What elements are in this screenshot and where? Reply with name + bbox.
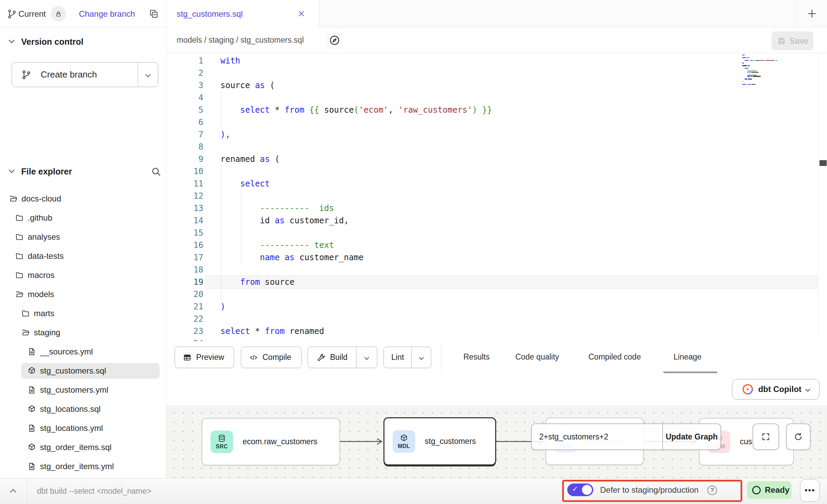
file-explorer-item-label: stg_locations.sql <box>40 404 100 414</box>
minimap[interactable] <box>742 55 794 92</box>
create-branch-button[interactable]: Create branch <box>12 62 158 87</box>
status-bar: dbt build --select <model_name> ✓ Defer … <box>0 478 827 504</box>
folder-icon <box>15 252 24 261</box>
database-icon <box>217 434 227 443</box>
lint-dropdown[interactable] <box>412 347 431 368</box>
refresh-button[interactable] <box>786 423 811 450</box>
file-explorer-item-macros[interactable]: macros <box>0 266 166 285</box>
tab-code-quality[interactable]: Code quality <box>515 352 559 362</box>
lineage-selector-input[interactable]: 2+stg_customers+2 <box>532 424 663 449</box>
change-branch-link[interactable]: Change branch <box>79 9 135 19</box>
breadcrumb-row: models / staging / stg_customers.sql Sav… <box>166 27 827 53</box>
code-line-1: with <box>220 55 240 67</box>
file-explorer-item-stg-locations-yml[interactable]: stg_locations.yml <box>0 419 166 438</box>
fullscreen-button[interactable] <box>753 423 779 450</box>
branch-header: Current Change branch <box>0 0 166 27</box>
lint-button[interactable]: Lint <box>383 347 431 368</box>
defer-toggle[interactable]: ✓ <box>567 484 593 496</box>
new-tab-button[interactable] <box>806 8 818 20</box>
cube-icon <box>399 434 409 443</box>
file-explorer-item-label: models <box>28 290 54 299</box>
file-explorer-item-stg-order-items-yml[interactable]: stg_order_items.yml <box>0 457 166 476</box>
file-explorer-item-stg-customers-sql[interactable]: stg_customers.sql <box>0 361 166 380</box>
line-number: 12 <box>166 190 203 202</box>
update-graph-button[interactable]: Update Graph <box>663 424 720 449</box>
file-explorer-item-label: stg_order_items.sql <box>40 443 111 452</box>
create-branch-dropdown[interactable] <box>138 73 158 76</box>
version-control-title: Version control <box>21 37 83 47</box>
create-branch-main[interactable]: Create branch <box>12 62 138 87</box>
close-icon[interactable] <box>297 9 306 18</box>
preview-label: Preview <box>196 353 224 362</box>
file-explorer-item-analyses[interactable]: analyses <box>0 227 166 247</box>
file-explorer-item--sources-yml[interactable]: __sources.yml <box>0 342 166 361</box>
lint-main[interactable]: Lint <box>384 347 411 368</box>
save-button[interactable]: Save <box>772 31 813 50</box>
wrench-icon <box>316 353 326 362</box>
tab-lineage[interactable]: Lineage <box>674 352 702 362</box>
line-number: 22 <box>166 313 203 325</box>
breadcrumb: models / staging / stg_customers.sql <box>177 36 304 45</box>
file-explorer-item-label: marts <box>34 309 54 318</box>
lock-icon <box>51 6 66 22</box>
tab-stg-customers-sql[interactable]: stg_customers.sql <box>166 0 320 28</box>
command-input[interactable]: dbt build --select <model_name> <box>37 487 151 496</box>
more-options-button[interactable]: ••• <box>800 479 820 502</box>
compass-icon[interactable] <box>325 31 344 49</box>
code-editor[interactable]: 1with23source as (45 select * from {{ so… <box>166 53 827 341</box>
fullscreen-icon <box>760 431 771 442</box>
line-number: 20 <box>166 288 203 300</box>
tab-compiled-code[interactable]: Compiled code <box>588 352 641 362</box>
preview-button[interactable]: Preview <box>175 347 234 368</box>
code-line-17: name as customer_name <box>220 251 364 264</box>
folder-icon <box>15 271 24 280</box>
collapse-panel-icon[interactable] <box>10 489 16 495</box>
compile-button[interactable]: Compile <box>241 347 302 368</box>
build-main[interactable]: Build <box>308 347 356 368</box>
file-explorer-item--github[interactable]: .github <box>0 208 166 227</box>
file-explorer-item-staging[interactable]: staging <box>0 323 166 342</box>
file-explorer-item-stg-locations-sql[interactable]: stg_locations.sql <box>0 400 166 419</box>
lineage-canvas[interactable]: SRC ecom.raw_customers MDL stg_customers… <box>166 406 827 478</box>
search-icon[interactable] <box>150 166 162 178</box>
copy-icon[interactable] <box>148 8 159 19</box>
status-badge[interactable]: Ready <box>747 481 791 499</box>
model-badge: MDL <box>393 430 415 453</box>
sidebar: Current Change branch Version control Cr… <box>0 0 166 478</box>
file-explorer-item-label: stg_customers.sql <box>40 366 106 376</box>
status-ring-icon <box>752 486 761 494</box>
table-icon <box>182 353 192 362</box>
dbt-copilot-button[interactable]: dbt Copilot <box>732 379 819 400</box>
line-number: 9 <box>166 153 203 165</box>
save-label: Save <box>789 36 808 46</box>
file-explorer-item-marts[interactable]: marts <box>0 304 166 323</box>
tab-results[interactable]: Results <box>463 352 490 362</box>
create-branch-label: Create branch <box>41 69 97 80</box>
file-explorer-item-label: .github <box>28 213 52 223</box>
compile-label: Compile <box>262 353 291 362</box>
file-explorer-chevron-icon[interactable] <box>9 167 15 173</box>
file-icon <box>27 424 36 433</box>
code-line-9: renamed as ( <box>220 153 280 165</box>
line-number: 8 <box>166 141 203 153</box>
scrollbar-thumb[interactable] <box>819 160 827 166</box>
file-explorer-item-label: __sources.yml <box>40 347 93 356</box>
lineage-controls: 2+stg_customers+2 Update Graph <box>531 423 721 450</box>
help-icon[interactable]: ? <box>707 486 717 495</box>
file-explorer-item-stg-customers-yml[interactable]: stg_customers.yml <box>0 380 166 400</box>
build-button[interactable]: Build <box>308 347 377 368</box>
lineage-node-stg-customers[interactable]: MDL stg_customers <box>383 417 496 465</box>
current-branch-label: Current <box>18 9 46 19</box>
divider <box>796 0 796 27</box>
version-control-chevron-icon[interactable] <box>9 38 15 43</box>
badge-label: SRC <box>216 444 228 450</box>
file-explorer-item-docs-cloud[interactable]: docs-cloud <box>0 189 166 208</box>
file-explorer-item-models[interactable]: models <box>0 285 166 304</box>
line-number: 21 <box>166 300 203 313</box>
lineage-node-ecom-raw-customers[interactable]: SRC ecom.raw_customers <box>202 418 340 465</box>
file-explorer-item-data-tests[interactable]: data-tests <box>0 247 166 266</box>
file-explorer-item-stg-order-items-sql[interactable]: stg_order_items.sql <box>0 438 166 457</box>
divider <box>818 53 818 341</box>
build-dropdown[interactable] <box>356 347 377 368</box>
line-number: 1 <box>166 55 203 67</box>
